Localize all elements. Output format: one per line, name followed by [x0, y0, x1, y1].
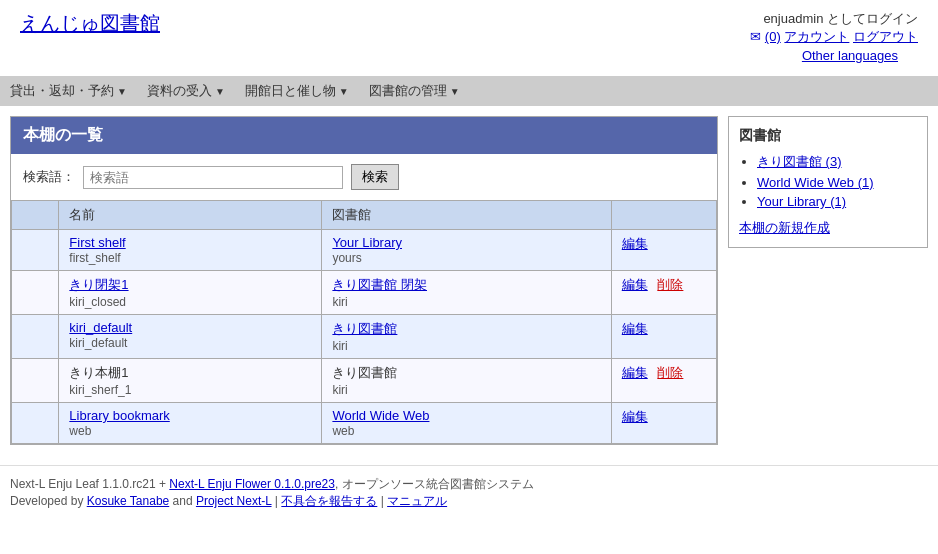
left-panel: 本棚の一覧 検索語： 検索 名前 図書館 First shelf	[10, 116, 718, 445]
table-row: きり本棚1 kiri_sherf_1 きり図書館 kiri 編集 削除	[12, 359, 717, 403]
list-item: Your Library (1)	[757, 194, 917, 209]
footer-line2: Developed by Kosuke Tanabe and Project N…	[10, 493, 928, 510]
list-item: World Wide Web (1)	[757, 175, 917, 190]
row-name-cell: Library bookmark web	[59, 403, 322, 444]
kosuke-link[interactable]: Kosuke Tanabe	[87, 494, 170, 508]
nav-calendar[interactable]: 開館日と催し物 ▼	[245, 82, 349, 100]
row-name-cell: kiri_default kiri_default	[59, 315, 322, 359]
delete-link[interactable]: 削除	[657, 365, 683, 380]
table-row: kiri_default kiri_default きり図書館 kiri 編集	[12, 315, 717, 359]
project-link[interactable]: Project Next-L	[196, 494, 272, 508]
nav-calendar-arrow: ▼	[339, 86, 349, 97]
search-button[interactable]: 検索	[351, 164, 399, 190]
manual-link[interactable]: マニュアル	[387, 494, 447, 508]
col-library-header: 図書館	[322, 201, 611, 230]
edit-link[interactable]: 編集	[622, 277, 648, 292]
delete-link[interactable]: 削除	[657, 277, 683, 292]
row-icon-cell	[12, 230, 59, 271]
row-actions-cell: 編集	[611, 403, 716, 444]
library-link[interactable]: Your Library	[332, 235, 402, 250]
right-panel: 図書館 きり図書館 (3) World Wide Web (1) Your Li…	[728, 116, 928, 248]
library-sub: kiri	[332, 383, 347, 397]
search-input[interactable]	[83, 166, 343, 189]
footer-post: , オープンソース統合図書館システム	[335, 477, 534, 491]
report-link[interactable]: 不具合を報告する	[281, 494, 377, 508]
col-actions-header	[611, 201, 716, 230]
sidebar-library-list: きり図書館 (3) World Wide Web (1) Your Librar…	[739, 153, 917, 209]
envelope-icon: ✉	[750, 29, 761, 44]
edit-link[interactable]: 編集	[622, 236, 648, 251]
row-name-cell: きり本棚1 kiri_sherf_1	[59, 359, 322, 403]
nav-receive-label: 資料の受入	[147, 82, 212, 100]
shelf-name-sub: first_shelf	[69, 251, 120, 265]
edit-link[interactable]: 編集	[622, 321, 648, 336]
panel-title: 本棚の一覧	[11, 117, 717, 154]
row-actions-cell: 編集	[611, 315, 716, 359]
footer-sep2: |	[377, 494, 387, 508]
footer-line1: Next-L Enju Leaf 1.1.0.rc21 + Next-L Enj…	[10, 476, 928, 493]
library-link[interactable]: World Wide Web	[332, 408, 429, 423]
row-actions-cell: 編集 削除	[611, 271, 716, 315]
shelf-name-link[interactable]: kiri_default	[69, 320, 132, 335]
row-library-cell: きり図書館 閉架 kiri	[322, 271, 611, 315]
messages-count[interactable]: (0)	[765, 29, 781, 44]
site-title[interactable]: えんじゅ図書館	[20, 10, 160, 37]
enju-flower-link[interactable]: Next-L Enju Flower 0.1.0.pre23	[169, 477, 335, 491]
row-icon-cell	[12, 403, 59, 444]
nav-loans-label: 貸出・返却・予約	[10, 82, 114, 100]
edit-link[interactable]: 編集	[622, 409, 648, 424]
library-sub: web	[332, 424, 354, 438]
nav-receive-arrow: ▼	[215, 86, 225, 97]
search-label: 検索語：	[23, 168, 75, 186]
shelf-table: 名前 図書館 First shelf first_shelf Your Libr…	[11, 200, 717, 444]
edit-link[interactable]: 編集	[622, 365, 648, 380]
shelf-name-text: きり本棚1	[69, 365, 128, 380]
new-shelf-link[interactable]: 本棚の新規作成	[739, 220, 830, 235]
nav-receive[interactable]: 資料の受入 ▼	[147, 82, 225, 100]
shelf-name-sub: web	[69, 424, 91, 438]
table-row: First shelf first_shelf Your Library you…	[12, 230, 717, 271]
row-name-cell: First shelf first_shelf	[59, 230, 322, 271]
row-actions-cell: 編集 削除	[611, 359, 716, 403]
nav-admin-label: 図書館の管理	[369, 82, 447, 100]
footer: Next-L Enju Leaf 1.1.0.rc21 + Next-L Enj…	[0, 465, 938, 516]
row-library-cell: きり図書館 kiri	[322, 359, 611, 403]
row-actions-cell: 編集	[611, 230, 716, 271]
row-library-cell: World Wide Web web	[322, 403, 611, 444]
sidebar-item-www[interactable]: World Wide Web (1)	[757, 175, 874, 190]
library-link[interactable]: きり図書館 閉架	[332, 277, 427, 292]
shelf-name-link[interactable]: きり閉架1	[69, 277, 128, 292]
sidebar-item-kiri[interactable]: きり図書館 (3)	[757, 154, 842, 169]
col-name-header: 名前	[59, 201, 322, 230]
navbar: 貸出・返却・予約 ▼ 資料の受入 ▼ 開館日と催し物 ▼ 図書館の管理 ▼	[0, 76, 938, 106]
row-library-cell: きり図書館 kiri	[322, 315, 611, 359]
library-sub: yours	[332, 251, 361, 265]
table-row: きり閉架1 kiri_closed きり図書館 閉架 kiri 編集 削除	[12, 271, 717, 315]
account-link[interactable]: アカウント	[784, 29, 849, 44]
col-icon-header	[12, 201, 59, 230]
footer-dev-pre: Developed by	[10, 494, 87, 508]
footer-dev-mid: and	[169, 494, 196, 508]
library-sub: kiri	[332, 339, 347, 353]
other-languages-link[interactable]: Other languages	[802, 48, 898, 63]
nav-loans-arrow: ▼	[117, 86, 127, 97]
footer-pre: Next-L Enju Leaf 1.1.0.rc21 +	[10, 477, 169, 491]
library-sub: kiri	[332, 295, 347, 309]
row-library-cell: Your Library yours	[322, 230, 611, 271]
shelf-name-link[interactable]: First shelf	[69, 235, 125, 250]
shelf-name-link[interactable]: Library bookmark	[69, 408, 169, 423]
shelf-name-sub: kiri_sherf_1	[69, 383, 131, 397]
library-link[interactable]: きり図書館	[332, 321, 397, 336]
library-text: きり図書館	[332, 365, 397, 380]
sidebar-item-yourlibrary[interactable]: Your Library (1)	[757, 194, 846, 209]
list-item: きり図書館 (3)	[757, 153, 917, 171]
shelf-name-sub: kiri_closed	[69, 295, 126, 309]
sidebar-title: 図書館	[739, 127, 917, 145]
nav-admin[interactable]: 図書館の管理 ▼	[369, 82, 460, 100]
nav-loans[interactable]: 貸出・返却・予約 ▼	[10, 82, 127, 100]
row-icon-cell	[12, 359, 59, 403]
footer-sep1: |	[272, 494, 282, 508]
search-area: 検索語： 検索	[11, 154, 717, 200]
logout-link[interactable]: ログアウト	[853, 29, 918, 44]
table-row: Library bookmark web World Wide Web web …	[12, 403, 717, 444]
